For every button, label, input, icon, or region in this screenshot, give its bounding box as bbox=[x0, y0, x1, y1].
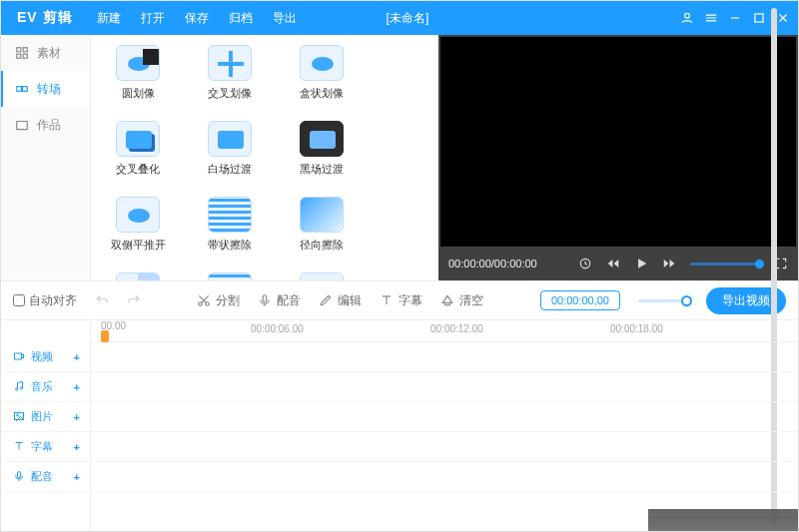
menu-export[interactable]: 导出 bbox=[263, 10, 307, 27]
svg-point-0 bbox=[685, 13, 690, 18]
sidebar: 素材 转场 作品 bbox=[1, 35, 91, 280]
transition-label: 交叉叠化 bbox=[116, 162, 160, 177]
transition-thumb bbox=[300, 45, 344, 81]
svg-rect-2 bbox=[17, 48, 21, 52]
transition-item[interactable]: 径向擦除 bbox=[291, 197, 353, 253]
rewind-icon[interactable] bbox=[606, 257, 620, 270]
transition-item[interactable]: 白场过渡 bbox=[199, 121, 261, 177]
text-icon bbox=[13, 440, 25, 454]
volume-slider[interactable] bbox=[690, 263, 760, 266]
transition-item[interactable]: 黑场过渡 bbox=[291, 121, 353, 177]
svg-rect-7 bbox=[23, 87, 28, 92]
tool-dub[interactable]: 配音 bbox=[258, 292, 301, 309]
add-track-button[interactable]: + bbox=[74, 441, 80, 453]
timeline-toolbar: 自动对齐 分割 配音 编辑 字幕 清空 00:00:00,00 导出视频 bbox=[1, 280, 798, 320]
track-header-video[interactable]: 视频+ bbox=[1, 342, 90, 372]
tool-subtitle[interactable]: 字幕 bbox=[380, 292, 422, 309]
preview-screen[interactable] bbox=[440, 37, 796, 247]
svg-rect-6 bbox=[17, 87, 22, 92]
close-icon[interactable] bbox=[776, 11, 790, 25]
preview-pane: 00:00:00/00:00:00 bbox=[438, 35, 798, 280]
transition-thumb bbox=[116, 121, 160, 157]
settings-icon[interactable] bbox=[704, 11, 718, 25]
svg-rect-17 bbox=[18, 471, 21, 477]
minimize-icon[interactable] bbox=[728, 11, 742, 25]
auto-align-toggle[interactable]: 自动对齐 bbox=[13, 292, 77, 309]
waveform-thumbnail bbox=[648, 481, 798, 531]
ruler-tick: 00:00:12.00 bbox=[430, 323, 483, 334]
sidebar-item-transition[interactable]: 转场 bbox=[1, 71, 90, 107]
titlebar: EV 剪辑 新建 打开 保存 归档 导出 [未命名] bbox=[1, 1, 798, 35]
loop-icon[interactable] bbox=[578, 257, 592, 270]
clear-icon bbox=[440, 293, 454, 307]
transition-item[interactable]: 交叉叠化 bbox=[107, 121, 169, 177]
add-track-button[interactable]: + bbox=[74, 471, 80, 483]
cut-icon bbox=[197, 293, 211, 307]
transition-item[interactable]: 圆划像 bbox=[107, 45, 169, 101]
timeline: 视频+音乐+图片+字幕+配音+ 00.00 00:00:06.0000:00:1… bbox=[1, 320, 798, 531]
svg-rect-4 bbox=[17, 54, 21, 58]
track-area[interactable]: 00.00 00:00:06.0000:00:12.0000:00:18.00 bbox=[91, 320, 798, 531]
music-icon bbox=[13, 380, 25, 394]
preview-controls: 00:00:00/00:00:00 bbox=[438, 247, 798, 280]
svg-rect-12 bbox=[15, 353, 22, 359]
forward-icon[interactable] bbox=[662, 257, 676, 270]
sidebar-item-works[interactable]: 作品 bbox=[1, 107, 90, 143]
text-icon bbox=[380, 293, 394, 307]
time-ruler[interactable]: 00.00 00:00:06.0000:00:12.0000:00:18.00 bbox=[91, 320, 798, 342]
document-title: [未命名] bbox=[387, 10, 429, 27]
transition-item[interactable] bbox=[107, 272, 169, 280]
zoom-slider[interactable] bbox=[638, 299, 688, 302]
track-header-text[interactable]: 字幕+ bbox=[1, 432, 90, 462]
transition-label: 黑场过渡 bbox=[300, 162, 344, 177]
maximize-icon[interactable] bbox=[752, 11, 766, 25]
undo-button[interactable] bbox=[95, 293, 109, 307]
app-logo: EV 剪辑 bbox=[1, 9, 87, 27]
user-icon[interactable] bbox=[680, 11, 694, 25]
redo-button[interactable] bbox=[127, 293, 141, 307]
transition-item[interactable]: 盒状划像 bbox=[291, 45, 353, 101]
tool-clear[interactable]: 清空 bbox=[440, 292, 483, 309]
transition-label: 圆划像 bbox=[122, 86, 155, 101]
pen-icon bbox=[319, 293, 333, 307]
menu-new[interactable]: 新建 bbox=[87, 10, 131, 27]
play-icon[interactable] bbox=[634, 257, 648, 270]
menu-archive[interactable]: 归档 bbox=[219, 10, 263, 27]
transition-item[interactable]: 交叉划像 bbox=[199, 45, 261, 101]
svg-point-13 bbox=[16, 388, 18, 390]
preview-time: 00:00:00/00:00:00 bbox=[448, 258, 537, 269]
svg-point-16 bbox=[17, 414, 19, 416]
add-track-button[interactable]: + bbox=[74, 411, 80, 423]
transition-thumb bbox=[208, 121, 252, 157]
transition-item[interactable] bbox=[199, 272, 261, 280]
transition-label: 盒状划像 bbox=[300, 86, 344, 101]
playhead-marker[interactable] bbox=[101, 330, 109, 342]
track-header-music[interactable]: 音乐+ bbox=[1, 372, 90, 402]
mic-icon bbox=[258, 293, 272, 307]
add-track-button[interactable]: + bbox=[74, 381, 80, 393]
sidebar-item-label: 作品 bbox=[37, 117, 61, 134]
transition-thumb bbox=[208, 45, 252, 81]
add-track-button[interactable]: + bbox=[74, 351, 80, 363]
svg-rect-3 bbox=[23, 48, 27, 52]
transition-item[interactable] bbox=[291, 272, 353, 280]
svg-rect-1 bbox=[755, 14, 763, 22]
transition-thumb bbox=[300, 121, 344, 157]
main-menu: 新建 打开 保存 归档 导出 bbox=[87, 10, 307, 27]
tool-split[interactable]: 分割 bbox=[197, 292, 240, 309]
tool-edit[interactable]: 编辑 bbox=[319, 292, 362, 309]
transition-label: 双侧平推开 bbox=[111, 238, 166, 253]
menu-save[interactable]: 保存 bbox=[175, 10, 219, 27]
transition-label: 带状擦除 bbox=[208, 238, 252, 253]
menu-open[interactable]: 打开 bbox=[131, 10, 175, 27]
svg-point-14 bbox=[21, 387, 23, 389]
sidebar-item-material[interactable]: 素材 bbox=[1, 35, 90, 71]
svg-rect-5 bbox=[23, 54, 27, 58]
track-header-mic[interactable]: 配音+ bbox=[1, 462, 90, 492]
transition-item[interactable]: 双侧平推开 bbox=[107, 197, 169, 253]
transition-label: 交叉划像 bbox=[208, 86, 252, 101]
transition-item[interactable]: 带状擦除 bbox=[199, 197, 261, 253]
track-header-image[interactable]: 图片+ bbox=[1, 402, 90, 432]
track-headers: 视频+音乐+图片+字幕+配音+ bbox=[1, 320, 91, 531]
ruler-tick: 00:00:06.00 bbox=[251, 323, 304, 334]
